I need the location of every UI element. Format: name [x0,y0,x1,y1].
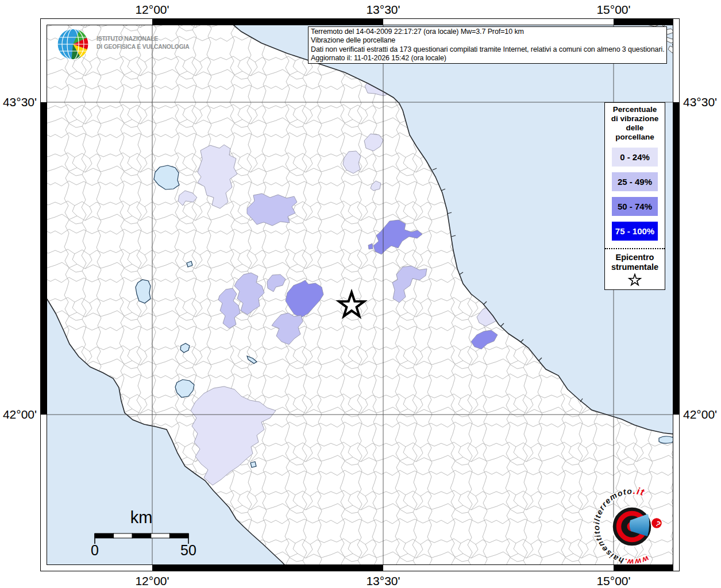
coord-label-right-2: 42°00' [683,408,717,421]
info-line-source: Dati non verificati estratti da 173 ques… [311,45,664,54]
legend-class-swatch-1: 0 - 24% [612,148,658,167]
legend-epicenter-label: Epicentro strumentale [605,253,665,272]
scale-unit-label: km [118,508,164,527]
info-line-updated: Aggiornato il: 11-01-2026 15:42 (ora loc… [311,54,664,63]
legend-epicenter-line: strumentale [605,262,665,272]
info-line-effect: Vibrazione delle porcellane [311,36,664,45]
ingv-logo-text: ISTITUTO NAZIONALE DI GEOFISICA E VULCAN… [97,34,190,51]
coord-label-bottom-1: 12°00' [124,574,181,587]
legend-title: Percentuale di vibrazione delle porcella… [605,105,665,142]
map-figure: ? www.haisentitoilterremoto.it [0,0,721,588]
ingv-line-2: DI GEOFISICA E VULCANOLOGIA [97,42,190,51]
legend-class-label-2: 25 - 49% [618,177,652,187]
coord-label-right-1: 43°30' [683,95,717,109]
legend-class-swatch-4: 75 - 100% [612,222,658,241]
coord-label-bottom-2: 13°30' [354,574,412,587]
ingv-globe-icon [57,29,88,60]
coord-label-top-1: 12°00' [124,3,181,16]
legend-divider [605,248,665,249]
legend-epicenter-line: Epicentro [605,253,665,262]
legend-title-line: Percentuale [605,105,665,114]
legend-class-label-1: 0 - 24% [620,152,650,162]
legend: Percentuale di vibrazione delle porcella… [604,102,665,290]
legend-class-label-4: 75 - 100% [615,226,654,236]
scale-end-label: 50 [177,542,200,559]
legend-class-swatch-2: 25 - 49% [612,172,658,191]
legend-title-line: delle [605,123,665,133]
map-canvas: ? www.haisentitoilterremoto.it [0,0,721,588]
coord-label-top-2: 13°30' [354,3,412,16]
legend-class-swatch-3: 50 - 74% [612,197,658,216]
legend-class-label-3: 50 - 74% [618,202,652,211]
coord-label-bottom-3: 15°00' [585,574,642,587]
info-line-event: Terremoto del 14-04-2009 22:17:27 (ora l… [311,28,664,36]
coord-label-left-1: 43°30' [0,95,37,109]
info-box: Terremoto del 14-04-2009 22:17:27 (ora l… [308,26,667,64]
ingv-line-1: ISTITUTO NAZIONALE [97,34,190,42]
coord-label-left-2: 42°00' [0,408,37,421]
coord-label-top-3: 15°00' [585,3,642,16]
epicenter-star-icon [627,273,642,287]
scale-start-label: 0 [83,542,106,559]
legend-title-line: di vibrazione [605,114,665,123]
legend-title-line: porcellane [605,133,665,142]
